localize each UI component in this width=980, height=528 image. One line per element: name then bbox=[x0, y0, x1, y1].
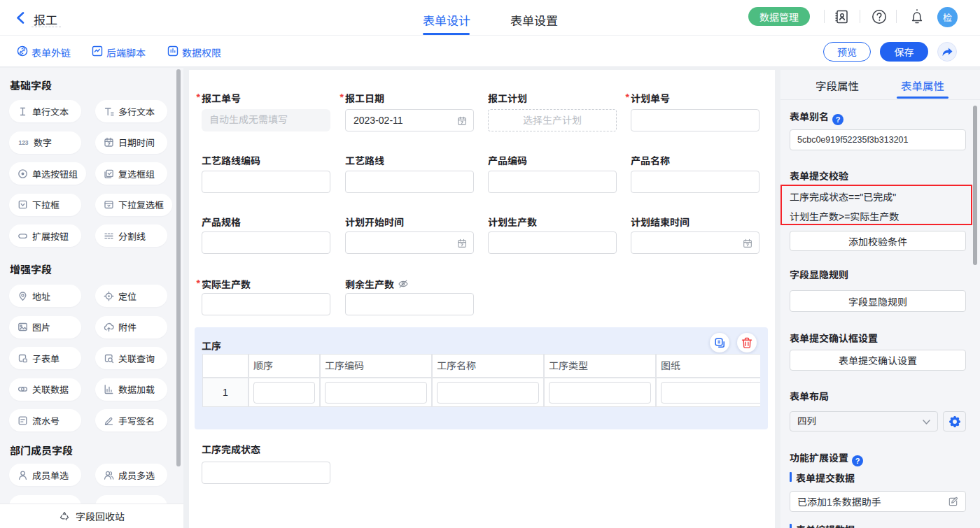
svg-text:123: 123 bbox=[18, 139, 28, 146]
